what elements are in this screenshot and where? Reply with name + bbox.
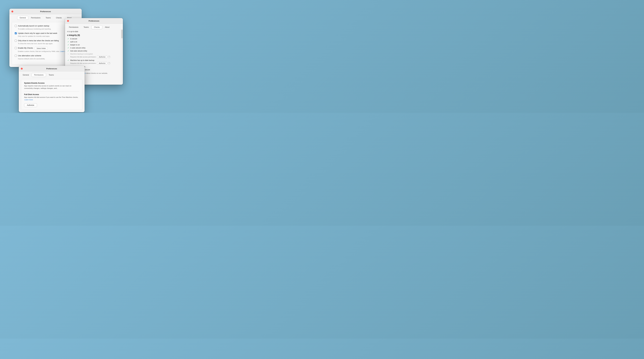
window-title-general: Preferences xyxy=(40,11,51,13)
label-updatecheck: Update check only for apps used in the l… xyxy=(18,32,57,35)
tab-checks-permissions[interactable]: Permissions xyxy=(66,25,81,29)
check-terminalsecure: ✓ inal uses secure entry xyxy=(67,49,118,52)
check-keeper: ✓ keeper is on xyxy=(67,43,118,46)
check-backupuptodate: ✓ Machine has up to date backup xyxy=(67,59,118,62)
requires-backupuptodate: Requires full disk access permission. Au… xyxy=(70,62,118,65)
check-vault: ✓ ault is on xyxy=(67,40,118,43)
check-backupuptodate-label: Machine has up to date backup xyxy=(70,59,94,61)
window-permissions: Preferences General Permissions Teams Sy… xyxy=(19,66,84,112)
label-mychecks: Enable My Checks xyxy=(18,47,33,50)
permissions-content: System Events Access App requires read-o… xyxy=(19,77,84,112)
close-button-permissions[interactable] xyxy=(21,68,23,70)
check-secureentry: ✓ n uses secure entry xyxy=(67,46,118,49)
tab-general-general[interactable]: General xyxy=(17,16,28,20)
perm-section-full-disk: Full Disk Access App requires full disk … xyxy=(24,93,79,107)
perm-title-system-events: System Events Access xyxy=(24,82,79,84)
close-button-general[interactable] xyxy=(12,11,13,13)
checkbox-mychecks[interactable] xyxy=(15,47,17,49)
close-button-checks[interactable] xyxy=(67,20,69,22)
requires-backupencrypted: Requires full disk access permission. Au… xyxy=(70,56,118,58)
help-backupuptodate-button[interactable]: ? xyxy=(108,62,110,64)
tab-checks-checks[interactable]: Checks xyxy=(92,25,102,29)
perm-desc-system-events: App requires read-only access to system … xyxy=(24,85,79,90)
checkmark-keeper-icon: ✓ xyxy=(67,44,70,46)
tab-general-permissions[interactable]: Permissions xyxy=(28,16,43,20)
learn-more-suffix: about checks on our website. xyxy=(86,72,108,74)
checkmark-secureentry-icon: ✓ xyxy=(67,47,70,49)
tab-bar-permissions: General Permissions Teams xyxy=(19,71,84,77)
checkmark-terminalsecure-icon: ✓ xyxy=(67,50,70,52)
check-backupencrypted-label: Machine backup is encrypted xyxy=(70,53,93,55)
uptodate-text: n is up-to-date xyxy=(67,31,118,33)
requires-backupuptodate-text: Requires full disk access permission. xyxy=(70,62,96,64)
window-title-checks: Preferences xyxy=(88,20,99,22)
check-vault-label: ault is on xyxy=(70,41,77,43)
titlebar-permissions: Preferences xyxy=(19,66,84,71)
tab-checks-teams[interactable]: Teams xyxy=(81,25,91,29)
label-menubar: Only show in menu bar when the checks ar… xyxy=(18,40,59,42)
requires-backupencrypted-text: Requires full disk access permission. xyxy=(70,56,96,58)
tab-checks-about[interactable]: About xyxy=(102,25,112,29)
check-secure-label: is secure xyxy=(70,38,77,40)
titlebar-general: Preferences xyxy=(10,9,82,14)
perm-section-system-events: System Events Access App requires read-o… xyxy=(24,82,79,90)
perm-title-full-disk: Full Disk Access xyxy=(24,93,79,96)
authorize-full-disk-button[interactable]: Authorize xyxy=(24,103,37,107)
checkmark-backupuptodate-icon: ✓ xyxy=(67,59,70,61)
tab-permissions-permissions[interactable]: Permissions xyxy=(32,73,46,77)
check-keeper-label: keeper is on xyxy=(70,44,80,46)
label-altcolor: Use alternative color scheme xyxy=(18,55,41,57)
checkmark-secure-icon: ✓ xyxy=(67,38,70,40)
checkbox-autolunch[interactable] xyxy=(15,25,17,27)
learn-more-disk-link[interactable]: Learn more xyxy=(24,99,33,101)
window-controls-permissions xyxy=(21,68,23,70)
authorize-backup-encrypted-button[interactable]: Authorize xyxy=(97,56,107,58)
permissions-content-box: System Events Access App requires read-o… xyxy=(21,79,82,110)
window-controls-general xyxy=(12,11,19,13)
checkmark-vault-icon: ✓ xyxy=(67,41,70,43)
check-backupencrypted: – Machine backup is encrypted xyxy=(67,52,118,56)
checkbox-menubar[interactable] xyxy=(15,40,17,42)
checkbox-altcolor[interactable] xyxy=(15,55,17,57)
help-backupencrypted-button[interactable]: ? xyxy=(108,56,110,58)
check-secure: ✓ is secure xyxy=(67,37,118,40)
checkbox-updatecheck[interactable] xyxy=(15,32,17,34)
perm-desc-full-disk: App requires full disk access if you wan… xyxy=(24,96,79,101)
check-secureentry-label: n uses secure entry xyxy=(70,47,86,49)
authorize-backup-uptodate-button[interactable]: Authorize xyxy=(97,62,107,65)
select-folder-button[interactable]: Select folder xyxy=(35,47,48,50)
dash-backupencrypted-icon: – xyxy=(67,53,70,55)
titlebar-checks: Preferences xyxy=(65,18,123,24)
checks-section-title: n Integrity (9) xyxy=(67,34,118,36)
tab-general-checks[interactable]: Checks xyxy=(54,16,64,20)
window-title-permissions: Preferences xyxy=(46,68,57,70)
tab-permissions-teams[interactable]: Teams xyxy=(46,73,56,77)
check-terminalsecure-label: inal uses secure entry xyxy=(70,50,87,52)
tab-general-teams[interactable]: Teams xyxy=(43,16,53,20)
tab-permissions-general[interactable]: General xyxy=(20,73,31,77)
scrollbar-thumb[interactable] xyxy=(122,30,122,38)
tab-bar-checks: Permissions Teams Checks About xyxy=(65,24,123,29)
window-controls-checks xyxy=(67,20,69,22)
label-autolunch: Automatically launch on system startup xyxy=(18,25,49,27)
scrollbar-track xyxy=(121,29,123,85)
